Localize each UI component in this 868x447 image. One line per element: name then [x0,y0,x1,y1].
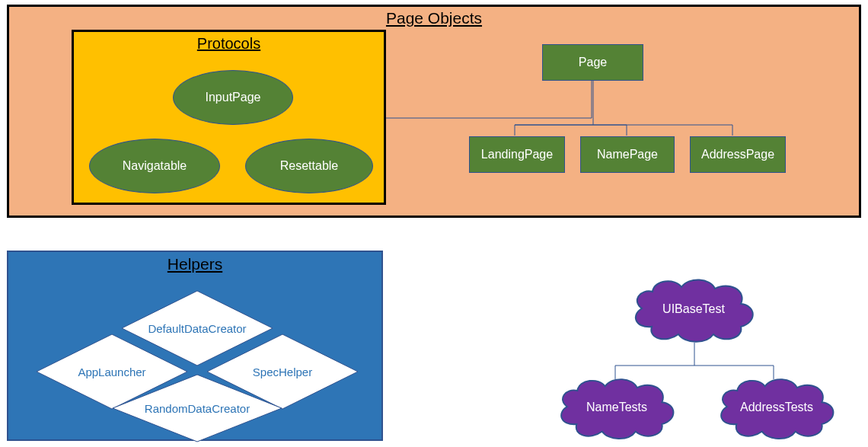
helpers-title: Helpers [8,255,381,273]
protocol-label: InputPage [206,91,261,104]
protocols-title: Protocols [74,35,384,53]
page-objects-title: Page Objects [9,9,859,27]
page-address: AddressPage [690,136,786,173]
helper-random-data-creator: RandomDataCreator [112,374,282,442]
test-label: AddressTests [740,401,813,414]
page-label: LandingPage [481,148,553,161]
protocol-label: Resettable [280,159,339,173]
page-name: NamePage [580,136,675,173]
page-label: AddressPage [701,148,774,161]
page-label: NamePage [597,148,658,161]
page-objects-group: Page Objects Protocols InputPage Navigat… [7,5,861,218]
test-label: UIBaseTest [662,302,725,316]
test-label: NameTests [586,401,647,414]
test-nametests: NameTests [550,373,684,442]
helper-label: RandomDataCreator [145,402,250,415]
test-addresstests: AddressTests [708,373,845,442]
protocol-navigatable: Navigatable [89,139,220,193]
test-uibasetest: UIBaseTest [627,273,761,345]
helper-label: DefaultDataCreator [148,322,246,335]
page-root: Page [542,44,643,81]
helpers-group: Helpers DefaultDataCreator AppLauncher S… [7,251,383,441]
protocol-label: Navigatable [123,159,187,173]
protocol-inputpage: InputPage [173,70,293,125]
page-landing: LandingPage [469,136,565,173]
protocol-resettable: Resettable [245,139,373,193]
protocols-group: Protocols InputPage Navigatable Resettab… [72,30,386,205]
page-root-label: Page [579,56,607,69]
